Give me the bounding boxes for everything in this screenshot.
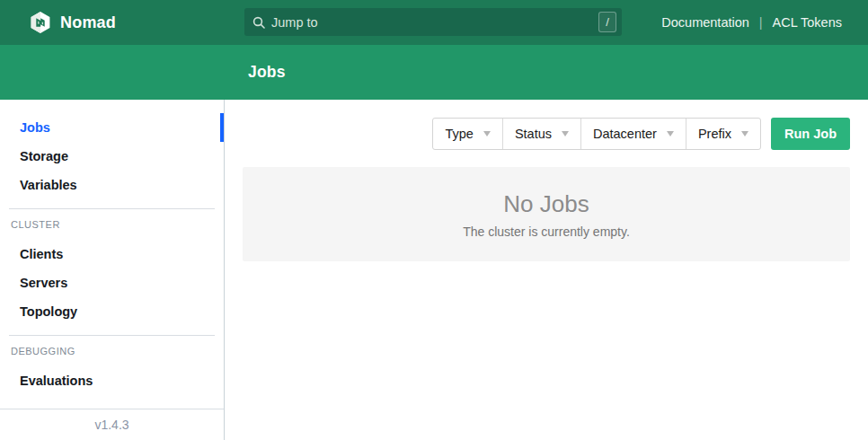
status-filter-dropdown[interactable]: Status bbox=[502, 119, 580, 149]
sidebar-item-variables[interactable]: Variables bbox=[0, 171, 224, 199]
type-filter-dropdown[interactable]: Type bbox=[433, 119, 501, 149]
version-label[interactable]: v1.4.3 bbox=[0, 409, 224, 440]
sidebar-item-label: Evaluations bbox=[20, 374, 93, 388]
sidebar-item-topology[interactable]: Topology bbox=[0, 297, 224, 326]
brand-home-link[interactable]: Nomad bbox=[29, 11, 116, 34]
sidebar-item-label: Clients bbox=[20, 247, 63, 261]
chevron-down-icon bbox=[667, 131, 674, 136]
sidebar: Jobs Storage Variables CLUSTER Clients S… bbox=[0, 100, 225, 440]
jobs-toolbar: Type Status Datacenter Prefix bbox=[243, 118, 850, 150]
nomad-app: Nomad Jump to / Documentation | ACL Toke… bbox=[0, 0, 868, 440]
sidebar-section-debugging-label: DEBUGGING bbox=[0, 339, 224, 363]
content-wrap: Jobs Storage Variables CLUSTER Clients S… bbox=[0, 100, 868, 440]
sidebar-item-clients[interactable]: Clients bbox=[0, 240, 224, 268]
run-job-button[interactable]: Run Job bbox=[771, 118, 850, 150]
filter-label: Status bbox=[515, 127, 552, 141]
page-title: Jobs bbox=[248, 63, 286, 82]
sidebar-divider bbox=[9, 208, 215, 209]
chevron-down-icon bbox=[562, 131, 569, 136]
page-header: Jobs bbox=[0, 45, 868, 100]
documentation-link[interactable]: Documentation bbox=[661, 15, 749, 30]
sidebar-item-storage[interactable]: Storage bbox=[0, 142, 224, 171]
jump-to-search-input[interactable]: Jump to / bbox=[244, 8, 622, 36]
keyboard-shortcut-badge: / bbox=[598, 12, 616, 32]
sidebar-item-servers[interactable]: Servers bbox=[0, 268, 224, 297]
search-icon bbox=[252, 16, 265, 29]
top-nav: Nomad Jump to / Documentation | ACL Toke… bbox=[0, 0, 868, 45]
acl-tokens-link[interactable]: ACL Tokens bbox=[773, 15, 842, 30]
filter-label: Datacenter bbox=[593, 127, 657, 141]
chevron-down-icon bbox=[741, 131, 748, 136]
filter-label: Prefix bbox=[698, 127, 731, 141]
prefix-filter-dropdown[interactable]: Prefix bbox=[686, 119, 760, 149]
sidebar-item-label: Jobs bbox=[20, 120, 50, 135]
search-placeholder: Jump to bbox=[271, 15, 318, 30]
sidebar-item-label: Servers bbox=[20, 276, 67, 290]
active-indicator bbox=[220, 113, 224, 142]
brand-name: Nomad bbox=[60, 13, 116, 32]
link-separator: | bbox=[759, 15, 763, 30]
sidebar-item-label: Variables bbox=[20, 178, 77, 192]
sidebar-item-label: Storage bbox=[20, 149, 68, 163]
sidebar-item-label: Topology bbox=[20, 304, 77, 319]
topnav-links: Documentation | ACL Tokens bbox=[661, 15, 842, 30]
sidebar-item-jobs[interactable]: Jobs bbox=[0, 113, 224, 142]
nomad-logo-icon bbox=[29, 11, 52, 34]
filter-label: Type bbox=[445, 127, 473, 141]
filter-group: Type Status Datacenter Prefix bbox=[432, 118, 761, 150]
sidebar-divider bbox=[9, 335, 215, 336]
main-content: Type Status Datacenter Prefix bbox=[225, 100, 868, 440]
sidebar-section-cluster-label: CLUSTER bbox=[0, 213, 224, 236]
sidebar-item-evaluations[interactable]: Evaluations bbox=[0, 366, 224, 395]
chevron-down-icon bbox=[483, 131, 491, 136]
empty-state: No Jobs The cluster is currently empty. bbox=[243, 167, 850, 261]
empty-state-message: The cluster is currently empty. bbox=[463, 224, 630, 239]
datacenter-filter-dropdown[interactable]: Datacenter bbox=[580, 119, 686, 149]
empty-state-title: No Jobs bbox=[503, 190, 589, 218]
